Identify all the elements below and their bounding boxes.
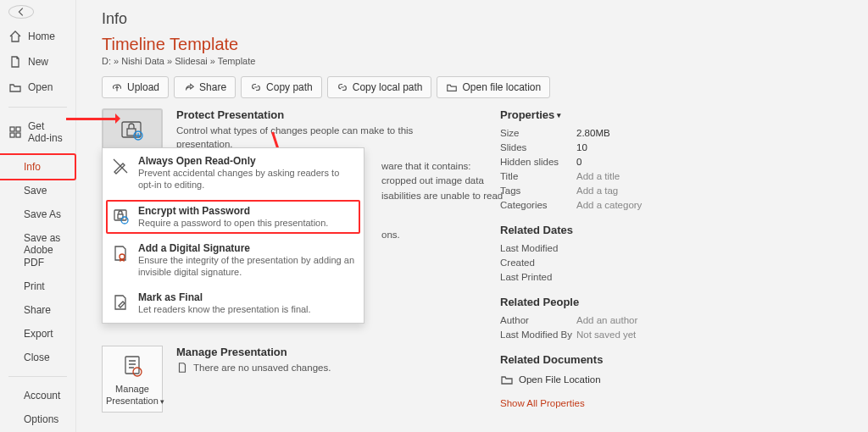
- nav-label: Print: [24, 280, 45, 292]
- inspect-partial-text: ware that it contains: cropped out image…: [381, 159, 551, 203]
- document-title: Timeline Template: [102, 35, 868, 54]
- link-icon: [337, 81, 348, 93]
- open-file-location-link[interactable]: Open File Location: [500, 373, 868, 386]
- related-people-heading: Related People: [500, 296, 868, 308]
- properties-panel: Properties▾ Size2.80MB Slides10 Hidden s…: [500, 108, 868, 424]
- back-button[interactable]: [8, 5, 34, 19]
- nav-account[interactable]: Account: [0, 384, 75, 407]
- svg-rect-11: [125, 357, 139, 374]
- info-toolbar: Upload Share Copy path Copy local path O…: [102, 76, 868, 98]
- nav-addins[interactable]: Get Add-ins: [0, 114, 75, 150]
- share-icon: [183, 81, 195, 93]
- nav-new[interactable]: New: [0, 49, 75, 75]
- open-file-location-button[interactable]: Open file location: [437, 76, 550, 98]
- chevron-down-icon: ▾: [160, 397, 164, 406]
- nav-info[interactable]: Info: [0, 155, 75, 179]
- backstage-sidebar: Home New Open Get Add-ins Info Save Save…: [0, 0, 76, 432]
- nav-label: New: [28, 56, 48, 68]
- add-title[interactable]: Add a title: [576, 171, 620, 181]
- new-doc-icon: [8, 55, 22, 69]
- folder-icon: [500, 373, 514, 386]
- nav-home[interactable]: Home: [0, 24, 75, 49]
- svg-rect-0: [10, 127, 14, 131]
- nav-print[interactable]: Print: [0, 274, 75, 298]
- chevron-down-icon: ▾: [557, 111, 561, 119]
- show-all-properties[interactable]: Show All Properties: [500, 398, 868, 408]
- nav-label: Save: [24, 185, 47, 197]
- addins-icon: [8, 125, 22, 139]
- dd-mark-final[interactable]: Mark as FinalLet readers know the presen…: [103, 285, 364, 322]
- related-docs-heading: Related Documents: [500, 353, 868, 366]
- dd-encrypt-password[interactable]: Encrypt with PasswordRequire a password …: [103, 198, 364, 235]
- upload-icon: [111, 81, 123, 93]
- nav-label: Account: [24, 390, 60, 402]
- nav-label: Get Add-ins: [28, 120, 67, 144]
- nav-label: Save as Adobe PDF: [24, 232, 67, 269]
- document-path: D: » Nishi Data » Slidesai » Template: [102, 56, 868, 66]
- lock-key-icon: [111, 207, 130, 225]
- add-tag[interactable]: Add a tag: [576, 186, 618, 196]
- copy-path-button[interactable]: Copy path: [241, 76, 322, 98]
- nav-export[interactable]: Export: [0, 322, 75, 346]
- link-icon: [250, 81, 262, 93]
- doc-ribbon-icon: [111, 244, 130, 263]
- doc-manage-icon: [117, 353, 147, 380]
- folder-open-icon: [8, 80, 22, 94]
- properties-heading[interactable]: Properties▾: [500, 108, 868, 121]
- copy-local-path-button[interactable]: Copy local path: [327, 76, 432, 98]
- annotation-arrow: [66, 118, 117, 120]
- manage-presentation-button[interactable]: Manage Presentation▾: [102, 346, 163, 412]
- history-partial-text: ons.: [381, 230, 400, 240]
- nav-save[interactable]: Save: [0, 179, 75, 202]
- nav-save-pdf[interactable]: Save as Adobe PDF: [0, 226, 75, 274]
- upload-button[interactable]: Upload: [102, 76, 169, 98]
- manage-title: Manage Presentation: [176, 346, 331, 358]
- nav-label: Close: [24, 352, 50, 363]
- doc-icon: [176, 362, 188, 374]
- nav-label: Info: [24, 161, 41, 173]
- nav-saveas[interactable]: Save As: [0, 202, 75, 226]
- add-category[interactable]: Add a category: [576, 200, 642, 210]
- pencil-slash-icon: [111, 157, 130, 175]
- home-icon: [8, 30, 22, 43]
- folder-icon: [446, 81, 458, 93]
- nav-share[interactable]: Share: [0, 298, 75, 322]
- page-title: Info: [102, 10, 868, 28]
- svg-rect-2: [10, 133, 14, 137]
- share-button[interactable]: Share: [174, 76, 236, 98]
- nav-label: Export: [24, 328, 53, 340]
- nav-open[interactable]: Open: [0, 75, 75, 100]
- nav-label: Options: [24, 413, 58, 425]
- nav-options[interactable]: Options: [0, 407, 75, 431]
- nav-close[interactable]: Close: [0, 346, 75, 369]
- svg-rect-3: [16, 133, 20, 137]
- main-content: Info Timeline Template D: » Nishi Data »…: [76, 0, 868, 432]
- protect-title: Protect Presentation: [176, 108, 458, 121]
- dd-digital-signature[interactable]: Add a Digital SignatureEnsure the integr…: [103, 235, 364, 285]
- nav-label: Share: [24, 304, 51, 316]
- nav-label: Home: [28, 30, 55, 42]
- protect-dropdown: Always Open Read-OnlyPrevent accidental …: [102, 147, 364, 324]
- add-author[interactable]: Add an author: [576, 315, 637, 325]
- related-dates-heading: Related Dates: [500, 224, 868, 236]
- manage-desc: There are no unsaved changes.: [193, 361, 331, 374]
- doc-pencil-icon: [111, 293, 130, 312]
- nav-label: Open: [28, 81, 53, 93]
- dd-read-only[interactable]: Always Open Read-OnlyPrevent accidental …: [103, 148, 364, 198]
- svg-rect-1: [16, 127, 20, 131]
- svg-point-12: [133, 368, 142, 376]
- nav-label: Save As: [24, 208, 61, 220]
